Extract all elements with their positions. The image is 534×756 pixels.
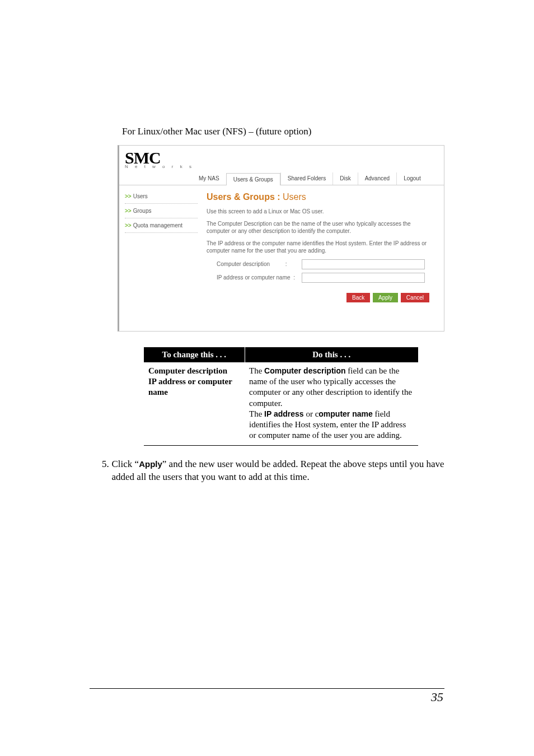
brand-logo-subtext: N e t w o r k s: [125, 164, 438, 169]
sidebar: >>Users >>Groups >>Quota management: [119, 185, 203, 331]
panel-title-light: Users: [283, 192, 306, 202]
help-header-right: Do this . . .: [245, 347, 418, 362]
ip-or-computer-name-input[interactable]: [302, 273, 425, 283]
tab-advanced[interactable]: Advanced: [358, 172, 396, 185]
tab-bar: My NAS Users & Groups Shared Folders Dis…: [119, 172, 444, 185]
sidebar-item-groups[interactable]: >>Groups: [125, 206, 198, 216]
panel-title: Users & Groups : Users: [207, 192, 433, 202]
chevron-icon: >>: [125, 193, 132, 199]
panel-title-bold: Users & Groups :: [207, 192, 283, 202]
divider: [125, 218, 198, 218]
page-footer: 35: [90, 688, 444, 704]
back-button[interactable]: Back: [346, 293, 370, 302]
tab-shared-folders[interactable]: Shared Folders: [280, 172, 332, 185]
label-ip-or-name: IP address or computer name :: [207, 274, 302, 281]
sidebar-item-users[interactable]: >>Users: [125, 191, 198, 202]
panel-desc-1: Use this screen to add a Linux or Mac OS…: [207, 208, 433, 216]
panel-desc-3: The IP address or the computer name iden…: [207, 240, 433, 255]
tab-my-nas[interactable]: My NAS: [192, 172, 226, 185]
chevron-icon: >>: [125, 208, 132, 214]
sidebar-item-quota[interactable]: >>Quota management: [125, 220, 198, 231]
tab-disk[interactable]: Disk: [332, 172, 357, 185]
help-left-cell: Computer description IP address or compu…: [144, 362, 245, 446]
embedded-screenshot: SMC N e t w o r k s My NAS Users & Group…: [118, 145, 444, 332]
tab-logout[interactable]: Logout: [396, 172, 428, 185]
apply-button[interactable]: Apply: [373, 293, 398, 302]
divider: [125, 232, 198, 233]
step-5: 5. Click “Apply” and the new user would …: [102, 458, 444, 484]
help-table: To change this . . . Do this . . . Compu…: [144, 347, 418, 446]
panel-desc-2: The Computer Description can be the name…: [207, 220, 433, 235]
step-text: Click “Apply” and the new user would be …: [112, 458, 445, 484]
sidebar-item-label: Groups: [133, 208, 152, 214]
brand-logo: SMC: [125, 150, 438, 165]
footer-rule: [90, 688, 444, 689]
intro-text: For Linux/other Mac user (NFS) – (future…: [122, 126, 444, 137]
page-number: 35: [90, 690, 444, 704]
sidebar-item-label: Quota management: [133, 222, 182, 228]
help-right-cell: The Computer description field can be th…: [245, 362, 418, 446]
sidebar-item-label: Users: [133, 193, 148, 199]
step-number: 5.: [102, 458, 112, 484]
label-computer-description: Computer description :: [207, 261, 302, 267]
cancel-button[interactable]: Cancel: [401, 293, 429, 302]
divider: [125, 203, 198, 204]
table-row: Computer description IP address or compu…: [144, 362, 418, 446]
computer-description-input[interactable]: [302, 259, 425, 269]
tab-users-groups[interactable]: Users & Groups: [226, 173, 280, 185]
chevron-icon: >>: [125, 222, 132, 228]
help-header-left: To change this . . .: [144, 347, 245, 362]
